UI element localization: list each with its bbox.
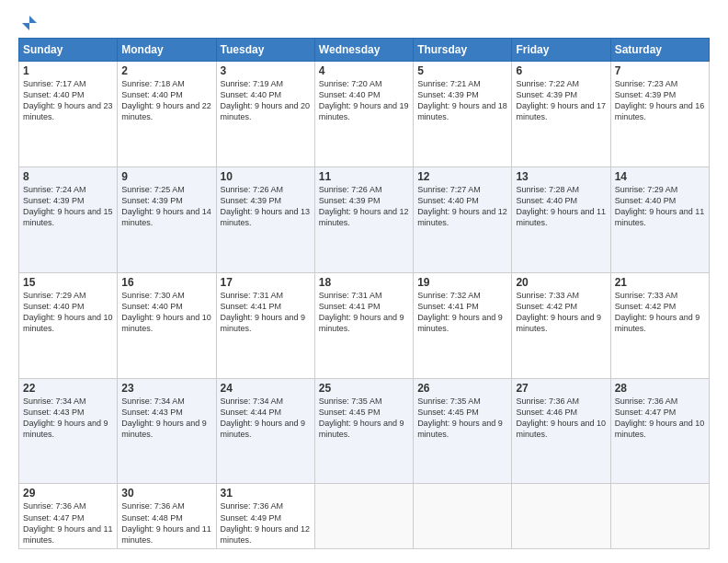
calendar-week-row: 22Sunrise: 7:34 AMSunset: 4:43 PMDayligh… <box>19 378 710 484</box>
svg-marker-0 <box>29 16 37 23</box>
day-info: Sunrise: 7:35 AMSunset: 4:45 PMDaylight:… <box>417 396 507 441</box>
day-info: Sunrise: 7:36 AMSunset: 4:47 PMDaylight:… <box>23 500 113 546</box>
calendar-cell <box>512 484 610 549</box>
calendar-cell: 21Sunrise: 7:33 AMSunset: 4:42 PMDayligh… <box>610 272 709 378</box>
day-number: 14 <box>615 170 705 183</box>
weekday-header: Tuesday <box>216 39 314 62</box>
day-number: 13 <box>516 170 606 183</box>
calendar-cell: 19Sunrise: 7:32 AMSunset: 4:41 PMDayligh… <box>414 272 512 378</box>
calendar-cell: 6Sunrise: 7:22 AMSunset: 4:39 PMDaylight… <box>512 62 610 167</box>
calendar-cell: 10Sunrise: 7:26 AMSunset: 4:39 PMDayligh… <box>216 167 314 272</box>
day-number: 28 <box>615 382 705 395</box>
day-number: 18 <box>319 276 409 289</box>
day-number: 24 <box>221 382 311 395</box>
calendar-cell: 14Sunrise: 7:29 AMSunset: 4:40 PMDayligh… <box>610 167 709 272</box>
weekday-header: Sunday <box>19 39 118 62</box>
day-number: 15 <box>23 276 113 289</box>
day-info: Sunrise: 7:33 AMSunset: 4:42 PMDaylight:… <box>615 290 705 335</box>
calendar-cell: 25Sunrise: 7:35 AMSunset: 4:45 PMDayligh… <box>314 378 413 484</box>
day-number: 19 <box>417 276 507 289</box>
day-number: 16 <box>121 276 211 289</box>
calendar-cell: 27Sunrise: 7:36 AMSunset: 4:46 PMDayligh… <box>512 378 610 484</box>
calendar-cell: 2Sunrise: 7:18 AMSunset: 4:40 PMDaylight… <box>118 62 216 167</box>
day-number: 12 <box>417 170 507 183</box>
calendar-cell: 13Sunrise: 7:28 AMSunset: 4:40 PMDayligh… <box>512 167 610 272</box>
page: SundayMondayTuesdayWednesdayThursdayFrid… <box>0 0 728 563</box>
weekday-header: Friday <box>512 39 610 62</box>
day-number: 29 <box>23 487 113 500</box>
calendar-week-row: 8Sunrise: 7:24 AMSunset: 4:39 PMDaylight… <box>19 167 710 272</box>
day-info: Sunrise: 7:19 AMSunset: 4:40 PMDaylight:… <box>221 78 311 123</box>
day-info: Sunrise: 7:31 AMSunset: 4:41 PMDaylight:… <box>221 290 311 335</box>
day-info: Sunrise: 7:29 AMSunset: 4:40 PMDaylight:… <box>615 184 705 229</box>
calendar-cell: 5Sunrise: 7:21 AMSunset: 4:39 PMDaylight… <box>414 62 512 167</box>
day-number: 21 <box>615 276 705 289</box>
day-info: Sunrise: 7:31 AMSunset: 4:41 PMDaylight:… <box>319 290 409 335</box>
day-number: 23 <box>121 382 211 395</box>
day-info: Sunrise: 7:34 AMSunset: 4:43 PMDaylight:… <box>23 396 113 441</box>
day-number: 8 <box>23 170 113 183</box>
day-info: Sunrise: 7:24 AMSunset: 4:39 PMDaylight:… <box>23 184 113 229</box>
day-info: Sunrise: 7:21 AMSunset: 4:39 PMDaylight:… <box>417 78 507 123</box>
calendar-cell: 22Sunrise: 7:34 AMSunset: 4:43 PMDayligh… <box>19 378 118 484</box>
weekday-header: Thursday <box>414 39 512 62</box>
calendar-cell <box>414 484 512 549</box>
day-info: Sunrise: 7:30 AMSunset: 4:40 PMDaylight:… <box>121 290 211 335</box>
day-number: 6 <box>516 64 606 77</box>
calendar-cell: 18Sunrise: 7:31 AMSunset: 4:41 PMDayligh… <box>314 272 413 378</box>
svg-marker-1 <box>22 23 29 30</box>
day-info: Sunrise: 7:23 AMSunset: 4:39 PMDaylight:… <box>615 78 705 123</box>
day-info: Sunrise: 7:32 AMSunset: 4:41 PMDaylight:… <box>417 290 507 335</box>
calendar-cell: 23Sunrise: 7:34 AMSunset: 4:43 PMDayligh… <box>118 378 216 484</box>
day-info: Sunrise: 7:34 AMSunset: 4:44 PMDaylight:… <box>221 396 311 441</box>
header <box>18 14 710 29</box>
weekday-header: Monday <box>118 39 216 62</box>
logo-icon <box>20 14 39 32</box>
day-number: 10 <box>221 170 311 183</box>
day-info: Sunrise: 7:29 AMSunset: 4:40 PMDaylight:… <box>23 290 113 335</box>
calendar-table: SundayMondayTuesdayWednesdayThursdayFrid… <box>18 38 710 549</box>
calendar-cell: 30Sunrise: 7:36 AMSunset: 4:48 PMDayligh… <box>118 484 216 549</box>
weekday-header: Wednesday <box>314 39 413 62</box>
calendar-cell: 29Sunrise: 7:36 AMSunset: 4:47 PMDayligh… <box>19 484 118 549</box>
calendar-cell: 1Sunrise: 7:17 AMSunset: 4:40 PMDaylight… <box>19 62 118 167</box>
calendar-cell: 4Sunrise: 7:20 AMSunset: 4:40 PMDaylight… <box>314 62 413 167</box>
day-number: 22 <box>23 382 113 395</box>
calendar-cell: 24Sunrise: 7:34 AMSunset: 4:44 PMDayligh… <box>216 378 314 484</box>
day-number: 20 <box>516 276 606 289</box>
calendar-cell: 11Sunrise: 7:26 AMSunset: 4:39 PMDayligh… <box>314 167 413 272</box>
calendar-cell: 3Sunrise: 7:19 AMSunset: 4:40 PMDaylight… <box>216 62 314 167</box>
day-info: Sunrise: 7:36 AMSunset: 4:47 PMDaylight:… <box>615 396 705 441</box>
day-number: 5 <box>417 64 507 77</box>
calendar-cell: 20Sunrise: 7:33 AMSunset: 4:42 PMDayligh… <box>512 272 610 378</box>
calendar-cell: 17Sunrise: 7:31 AMSunset: 4:41 PMDayligh… <box>216 272 314 378</box>
day-info: Sunrise: 7:27 AMSunset: 4:40 PMDaylight:… <box>417 184 507 229</box>
calendar-cell: 12Sunrise: 7:27 AMSunset: 4:40 PMDayligh… <box>414 167 512 272</box>
calendar-cell: 7Sunrise: 7:23 AMSunset: 4:39 PMDaylight… <box>610 62 709 167</box>
day-info: Sunrise: 7:36 AMSunset: 4:46 PMDaylight:… <box>516 396 606 441</box>
calendar-cell <box>314 484 413 549</box>
day-number: 25 <box>319 382 409 395</box>
day-info: Sunrise: 7:20 AMSunset: 4:40 PMDaylight:… <box>319 78 409 123</box>
day-info: Sunrise: 7:36 AMSunset: 4:48 PMDaylight:… <box>121 500 211 546</box>
day-number: 3 <box>221 64 311 77</box>
day-info: Sunrise: 7:34 AMSunset: 4:43 PMDaylight:… <box>121 396 211 441</box>
calendar-cell: 28Sunrise: 7:36 AMSunset: 4:47 PMDayligh… <box>610 378 709 484</box>
calendar-cell: 16Sunrise: 7:30 AMSunset: 4:40 PMDayligh… <box>118 272 216 378</box>
day-number: 31 <box>221 487 311 500</box>
day-number: 4 <box>319 64 409 77</box>
logo <box>18 14 39 29</box>
day-number: 1 <box>23 64 113 77</box>
calendar-week-row: 1Sunrise: 7:17 AMSunset: 4:40 PMDaylight… <box>19 62 710 167</box>
calendar-header-row: SundayMondayTuesdayWednesdayThursdayFrid… <box>19 39 710 62</box>
day-number: 7 <box>615 64 705 77</box>
day-number: 11 <box>319 170 409 183</box>
day-info: Sunrise: 7:26 AMSunset: 4:39 PMDaylight:… <box>319 184 409 229</box>
day-number: 30 <box>121 487 211 500</box>
calendar-cell: 9Sunrise: 7:25 AMSunset: 4:39 PMDaylight… <box>118 167 216 272</box>
day-info: Sunrise: 7:36 AMSunset: 4:49 PMDaylight:… <box>221 500 311 546</box>
day-number: 9 <box>121 170 211 183</box>
calendar-week-row: 29Sunrise: 7:36 AMSunset: 4:47 PMDayligh… <box>19 484 710 549</box>
calendar-cell <box>610 484 709 549</box>
day-info: Sunrise: 7:25 AMSunset: 4:39 PMDaylight:… <box>121 184 211 229</box>
